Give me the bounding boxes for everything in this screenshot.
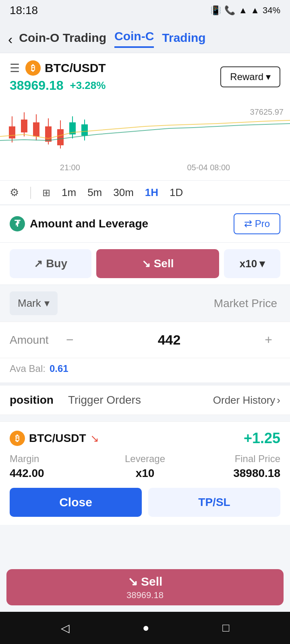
vibrate-icon: 📳 (210, 5, 221, 16)
back-button[interactable]: ‹ (8, 31, 12, 47)
buy-label: Buy (46, 257, 67, 270)
tab-coin-o-trading[interactable]: Coin-O Trading (19, 31, 106, 48)
tab-trigger-orders[interactable]: Trigger Orders (68, 394, 141, 407)
tether-icon: ₮ (10, 216, 25, 231)
pos-margin-value: 442.00 (10, 467, 100, 480)
amount-label: Amount (10, 334, 58, 347)
ticker-row: ☰ ₿ BTC/USDT 38969.18 +3.28% Reward ▾ (0, 53, 290, 100)
chevron-right-icon: › (277, 394, 280, 407)
tf-1d[interactable]: 1D (170, 186, 183, 199)
tab-coin-c[interactable]: Coin-C (114, 29, 154, 48)
tf-1h[interactable]: 1H (145, 186, 158, 199)
android-home-button[interactable]: ● (143, 621, 149, 634)
ava-bal-row: Ava Bal: 0.61 (0, 358, 290, 386)
reward-label: Reward (230, 71, 263, 83)
chart-time-left: 21:00 (60, 163, 80, 172)
svg-rect-13 (81, 124, 88, 136)
pro-label: ⇄ Pro (244, 218, 270, 229)
section-title-row: ₮ Amount and Leverage (10, 216, 148, 231)
tf-5m[interactable]: 5m (87, 186, 102, 199)
battery-label: 34% (263, 5, 280, 16)
status-bar: 18:18 📳 📞 ▲ ▲ 34% (0, 0, 290, 21)
timeframe-bar: ⚙ ⊞ 1m 5m 30m 1H 1D (0, 181, 290, 205)
pos-actions: Close TP/SL (10, 488, 280, 517)
sell-arrow-icon: ↘ (142, 258, 151, 270)
bottom-sell-button[interactable]: ↘ Sell 38969.18 (6, 569, 284, 605)
settings-icon[interactable]: ⚙ (10, 186, 19, 199)
position-tabs: position Trigger Orders Order History › (0, 386, 290, 415)
buy-button[interactable]: ↗ Buy (10, 249, 91, 278)
close-label: Close (59, 495, 92, 509)
pos-margin-label: Margin (10, 453, 100, 464)
close-position-button[interactable]: Close (10, 488, 142, 517)
leverage-button[interactable]: x10 ▾ (224, 249, 280, 278)
bottom-sell-arrow-icon: ↘ (128, 575, 141, 588)
spacer (0, 525, 290, 561)
tab-position[interactable]: position (10, 394, 54, 407)
trade-controls: ↗ Buy ↘ Sell x10 ▾ (0, 243, 290, 285)
ticker-price-row: 38969.18 +3.28% (10, 78, 106, 93)
pos-trend-down-icon: ↘︎ (90, 432, 99, 445)
chart-area[interactable]: 37625.97 21:00 05-04 08:00 (0, 100, 290, 181)
chart-svg (0, 104, 290, 161)
nav-bar: ‹ Coin-O Trading Coin-C Trading (0, 21, 290, 53)
signal-icon: ▲ (251, 5, 259, 16)
pos-details: Margin 442.00 Leverage x10 Final Price 3… (10, 453, 280, 480)
position-card: ₿ BTC/USDT ↘︎ +1.25 Margin 442.00 Levera… (0, 421, 290, 525)
chevron-down-icon: ▾ (266, 71, 271, 83)
ticker-left: ☰ ₿ BTC/USDT 38969.18 +3.28% (10, 60, 106, 93)
pos-leverage-label: Leverage (100, 453, 190, 464)
nav-tabs: Coin-O Trading Coin-C Trading (19, 26, 205, 53)
android-back-button[interactable]: ◁ (61, 621, 70, 635)
phone-icon: 📞 (224, 5, 235, 16)
tf-1m[interactable]: 1m (62, 186, 76, 199)
tpsl-label: TP/SL (198, 496, 230, 508)
mark-button[interactable]: Mark ▾ (10, 291, 58, 315)
pos-symbol: BTC/USDT (29, 432, 86, 445)
section-title: Amount and Leverage (30, 217, 148, 230)
svg-rect-3 (21, 120, 27, 132)
pro-button[interactable]: ⇄ Pro (234, 213, 280, 234)
ticker-change: +3.28% (70, 79, 106, 92)
wifi-icon: ▲ (238, 5, 247, 16)
sell-label: Sell (154, 257, 174, 270)
section-header: ₮ Amount and Leverage ⇄ Pro (0, 205, 290, 243)
menu-icon[interactable]: ☰ (10, 62, 20, 75)
chart-time-right: 05-04 08:00 (187, 163, 230, 172)
mark-chevron-icon: ▾ (44, 297, 50, 310)
android-recent-button[interactable]: □ (222, 621, 229, 634)
pos-leverage-col: Leverage x10 (100, 453, 190, 480)
pos-pnl: +1.25 (244, 430, 280, 447)
bottom-sell-text: Sell (141, 575, 162, 588)
pos-margin-col: Margin 442.00 (10, 453, 100, 480)
amount-decrease-button[interactable]: − (58, 329, 82, 351)
ticker-price: 38969.18 (10, 78, 63, 93)
pos-final-price-label: Final Price (190, 453, 280, 464)
pos-card-header: ₿ BTC/USDT ↘︎ +1.25 (10, 430, 280, 447)
ava-bal-label: Ava Bal: (10, 363, 46, 374)
android-nav: ◁ ● □ (0, 612, 290, 644)
chevron-down-icon: ▾ (259, 258, 265, 270)
reward-button[interactable]: Reward ▾ (220, 66, 280, 87)
pos-card-left: ₿ BTC/USDT ↘︎ (10, 431, 99, 446)
order-history-button[interactable]: Order History › (213, 394, 280, 407)
svg-rect-9 (57, 129, 64, 145)
sell-button[interactable]: ↘ Sell (96, 249, 219, 278)
candle-icon[interactable]: ⊞ (42, 187, 50, 198)
tpsl-button[interactable]: TP/SL (148, 488, 280, 517)
pos-leverage-value: x10 (100, 467, 190, 480)
bottom-sell-price: 38969.18 (126, 590, 164, 601)
order-history-label: Order History (213, 394, 276, 407)
amount-increase-button[interactable]: + (257, 329, 280, 351)
amount-value: 442 (82, 332, 257, 348)
tf-separator (30, 187, 31, 199)
chart-label-bottom: 21:00 05-04 08:00 (0, 163, 290, 172)
tab-trading[interactable]: Trading (162, 31, 205, 48)
leverage-value: x10 (240, 258, 257, 270)
tf-30m[interactable]: 30m (113, 186, 134, 199)
status-icons: 📳 📞 ▲ ▲ 34% (210, 5, 280, 16)
buy-arrow-icon: ↗ (34, 258, 43, 270)
amount-row: Amount − 442 + (0, 322, 290, 358)
ticker-symbol: BTC/USDT (45, 61, 106, 75)
pos-final-price-value: 38980.18 (190, 467, 280, 480)
